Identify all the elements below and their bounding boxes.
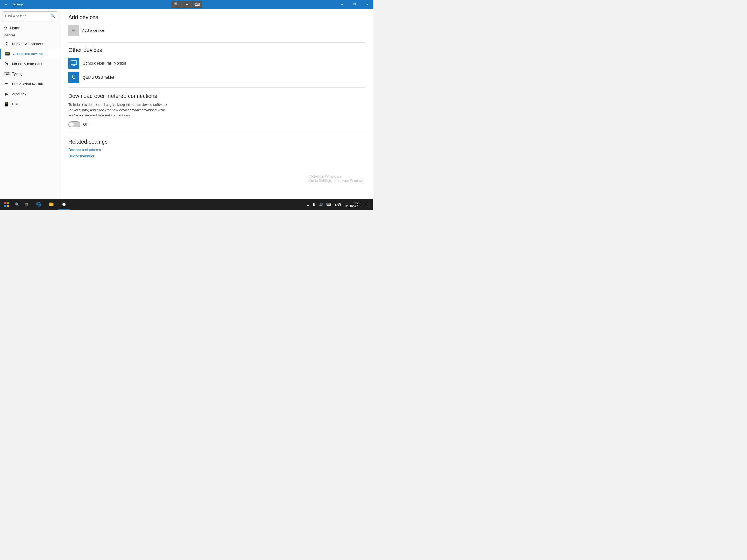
- app-title: Settings: [11, 2, 23, 6]
- printers-icon: 🖨: [4, 41, 9, 46]
- related-section: Related settings Devices and printers De…: [68, 138, 365, 158]
- title-bar-center-icons: 🔍 ≡ ⌨: [172, 1, 202, 8]
- hidden-icons-button[interactable]: ∧: [306, 203, 310, 206]
- pen-icon: ✒: [4, 81, 9, 86]
- taskbar-files[interactable]: [45, 199, 57, 210]
- sidebar: 🔍 ⚙ Home Devices 🖨 Printers & scanners 📟…: [0, 9, 60, 199]
- keyboard-icon-btn[interactable]: ⌨: [192, 1, 202, 8]
- toggle-knob: [69, 122, 74, 127]
- notification-icon: 🗨: [365, 202, 370, 207]
- device-manager-link[interactable]: Device manager: [68, 154, 365, 158]
- add-device-icon: +: [68, 25, 79, 36]
- sidebar-item-mouse[interactable]: 🖱 Mouse & touchpad: [0, 59, 60, 69]
- keyboard-layout-icon[interactable]: ⌨: [325, 203, 332, 206]
- taskbar-ie[interactable]: [33, 199, 45, 210]
- clock-time: 11:26: [345, 201, 360, 205]
- search-icon-btn[interactable]: 🔍: [172, 1, 181, 8]
- toggle-label: Off: [83, 122, 88, 126]
- search-input[interactable]: [3, 11, 57, 20]
- task-view-button[interactable]: ⧉: [22, 200, 32, 209]
- monitor-name: Generic Non-PnP Monitor: [83, 61, 126, 65]
- usb-label: USB: [12, 102, 19, 106]
- typing-label: Typing: [12, 72, 22, 76]
- download-desc: To help prevent extra charges, keep this…: [68, 102, 172, 118]
- task-view-icon: ⧉: [25, 202, 28, 207]
- taskbar-search-button[interactable]: 🔍: [12, 200, 22, 209]
- sidebar-item-typing[interactable]: ⌨ Typing: [0, 69, 60, 79]
- tablet-icon: [68, 72, 79, 83]
- pen-label: Pen & Windows Ink: [12, 82, 43, 86]
- divider-3: [68, 132, 365, 132]
- svg-rect-6: [4, 202, 6, 204]
- svg-rect-0: [71, 61, 77, 65]
- add-device-button[interactable]: + Add a device: [68, 25, 365, 36]
- search-icon: 🔍: [51, 14, 55, 18]
- connected-label: Connected devices: [13, 52, 43, 56]
- minimize-button[interactable]: ─: [336, 0, 349, 9]
- watermark-line1: Activate Windows: [309, 174, 365, 179]
- sidebar-item-connected[interactable]: 📟 Connected devices: [0, 49, 60, 59]
- monitor-svg: [71, 60, 77, 67]
- svg-rect-7: [7, 202, 9, 204]
- start-button[interactable]: [1, 199, 12, 210]
- tablet-name: QEMU USB Tablet: [83, 75, 114, 80]
- toggle-row: Off: [68, 121, 365, 127]
- autoplay-icon: ▶: [4, 91, 9, 97]
- ie-icon: [36, 202, 42, 207]
- taskbar-apps: [33, 199, 70, 210]
- add-device-label: Add a device: [82, 28, 104, 32]
- taskbar-right: ∧ 🖥 🔊 ⌨ ENG 11:26 31/10/2016 🗨: [306, 199, 374, 210]
- windows-logo-icon: [4, 202, 9, 207]
- mouse-label: Mouse & touchpad: [12, 62, 42, 66]
- sidebar-item-home[interactable]: ⚙ Home: [0, 24, 60, 32]
- connected-icon: 📟: [5, 51, 10, 56]
- download-section: Download over metered connections To hel…: [68, 93, 365, 127]
- sidebar-section-label: Devices: [0, 32, 60, 39]
- main-content: Add devices + Add a device Other devices…: [60, 9, 374, 199]
- device-tablet: QEMU USB Tablet: [68, 72, 365, 83]
- home-icon: ⚙: [4, 26, 7, 30]
- usb-icon: 📱: [4, 101, 9, 107]
- taskbar-search-icon: 🔍: [15, 202, 19, 207]
- divider-1: [68, 42, 365, 43]
- volume-icon[interactable]: 🔊: [318, 203, 324, 206]
- divider-2: [68, 87, 365, 87]
- taskbar: 🔍 ⧉ ∧ 🖥 🔊 ⌨: [0, 199, 374, 210]
- sidebar-item-usb[interactable]: 📱 USB: [0, 99, 60, 109]
- mouse-icon: 🖱: [4, 61, 9, 66]
- monitor-icon: [68, 58, 79, 69]
- home-label: Home: [10, 26, 20, 30]
- app-body: 🔍 ⚙ Home Devices 🖨 Printers & scanners 📟…: [0, 9, 374, 199]
- window-controls: ─ ❐ ✕: [336, 0, 374, 9]
- taskbar-settings[interactable]: [58, 199, 70, 210]
- restore-button[interactable]: ❐: [349, 0, 361, 9]
- menu-icon-btn[interactable]: ≡: [182, 1, 192, 8]
- watermark-line2: Go to Settings to activate Windows.: [309, 179, 365, 183]
- title-bar: ← Settings 🔍 ≡ ⌨ ─ ❐ ✕: [0, 0, 374, 9]
- svg-rect-9: [7, 205, 9, 207]
- sidebar-item-printers[interactable]: 🖨 Printers & scanners: [0, 39, 60, 49]
- sidebar-item-autoplay[interactable]: ▶ AutoPlay: [0, 89, 60, 99]
- svg-rect-14: [50, 203, 51, 203]
- download-title: Download over metered connections: [68, 93, 365, 99]
- language-label[interactable]: ENG: [333, 203, 343, 206]
- devices-printers-link[interactable]: Devices and printers: [68, 148, 365, 152]
- mouse-svg: [71, 74, 77, 81]
- related-title: Related settings: [68, 138, 365, 145]
- autoplay-label: AutoPlay: [12, 92, 26, 96]
- add-devices-title: Add devices: [68, 14, 365, 21]
- sidebar-item-pen[interactable]: ✒ Pen & Windows Ink: [0, 79, 60, 89]
- clock-date: 31/10/2016: [345, 205, 360, 208]
- other-devices-title: Other devices: [68, 47, 365, 53]
- back-button[interactable]: ←: [2, 1, 10, 8]
- typing-icon: ⌨: [4, 71, 9, 76]
- files-icon: [49, 202, 54, 207]
- notification-button[interactable]: 🗨: [363, 199, 372, 210]
- network-icon[interactable]: 🖥: [311, 203, 317, 206]
- activate-watermark: Activate Windows Go to Settings to activ…: [309, 174, 365, 183]
- sidebar-search-container: 🔍: [3, 11, 57, 20]
- taskbar-clock[interactable]: 11:26 31/10/2016: [344, 201, 362, 208]
- printers-label: Printers & scanners: [12, 42, 43, 46]
- metered-toggle[interactable]: [68, 121, 80, 127]
- close-button[interactable]: ✕: [361, 0, 374, 9]
